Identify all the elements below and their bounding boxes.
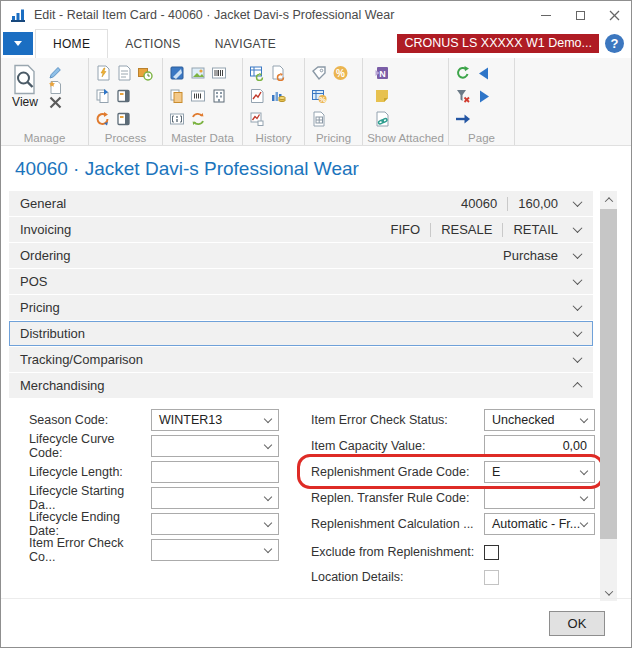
box-clock-icon[interactable] (137, 65, 153, 81)
exclude-from-replenishment-checkbox[interactable] (484, 545, 499, 560)
vertical-scrollbar (600, 191, 617, 601)
minimize-button[interactable] (529, 1, 563, 29)
location-details-checkbox (484, 570, 499, 585)
application-menu-button[interactable] (3, 32, 33, 55)
percent-badge-icon[interactable]: % (332, 65, 349, 81)
barcode-framed-icon[interactable] (190, 88, 206, 104)
card-2-icon[interactable] (116, 111, 132, 127)
next-icon[interactable] (477, 89, 491, 104)
svg-text:N: N (379, 69, 386, 79)
fasttab-pos[interactable]: POS (9, 269, 593, 294)
ribbon-group-history: History (243, 58, 305, 145)
orange-refresh-icon[interactable] (95, 111, 111, 127)
ribbon-group-page: Page (449, 58, 515, 145)
edit-icon[interactable] (48, 65, 63, 80)
help-button[interactable]: ? (605, 34, 624, 53)
view-button[interactable]: View (6, 63, 44, 112)
chevron-down-icon (264, 440, 272, 448)
price-tag-icon[interactable] (311, 65, 328, 81)
ok-button[interactable]: OK (549, 611, 605, 636)
chart-line-document-icon[interactable] (249, 88, 265, 104)
fasttab-label: Pricing (20, 300, 574, 315)
title-bar: Edit - Retail Item Card - 40060 · Jacket… (1, 1, 631, 29)
ribbon: View Manage Process (1, 58, 631, 146)
refresh-icon[interactable] (455, 65, 471, 81)
fasttab-label: Merchandising (20, 378, 574, 393)
lifecycle-starting-date-select[interactable] (151, 487, 279, 509)
field-label: Season Code: (29, 413, 151, 427)
building-icon[interactable] (211, 88, 227, 104)
ribbon-group-master-data: Master Data (163, 58, 243, 145)
replenishment-calculation-select[interactable]: Automatic - Fr... (484, 513, 595, 535)
go-to-icon[interactable] (455, 112, 471, 126)
fasttab-label: POS (20, 274, 574, 289)
chevron-down-icon (264, 544, 272, 552)
field-label: Replen. Transfer Rule Code: (311, 491, 484, 505)
document-grid-icon[interactable] (311, 111, 328, 127)
expand-chevron-icon (573, 197, 583, 207)
tab-navigate[interactable]: NAVIGATE (198, 29, 293, 58)
document-refresh-icon[interactable] (270, 65, 286, 81)
collapse-chevron-icon (573, 382, 583, 392)
card-icon[interactable] (116, 88, 132, 104)
barcode-icon[interactable] (211, 65, 227, 81)
svg-text:%: % (336, 68, 345, 79)
item-capacity-value-input[interactable]: 0,00 (484, 435, 595, 457)
bars-coins-icon[interactable] (270, 88, 286, 104)
item-error-check-status-select[interactable]: Unchecked (484, 409, 595, 431)
close-icon (609, 10, 620, 21)
field-label: Lifecycle Starting Da... (29, 484, 151, 512)
fasttab-pricing[interactable]: Pricing (9, 295, 593, 320)
lifecycle-curve-code-select[interactable] (151, 435, 279, 457)
lightning-document-icon[interactable] (95, 65, 111, 81)
maximize-button[interactable] (563, 1, 597, 29)
replen-transfer-rule-code-select[interactable] (484, 487, 595, 509)
copy-arrow-icon[interactable] (95, 88, 111, 104)
tab-actions[interactable]: ACTIONS (108, 29, 197, 58)
minimize-icon (541, 15, 551, 16)
fasttab-tracking-comparison[interactable]: Tracking/Comparison (9, 347, 593, 372)
fasttab-ordering[interactable]: Ordering Purchase (9, 243, 593, 268)
close-button[interactable] (597, 1, 631, 29)
field-label: Replenishment Grade Code: (311, 465, 484, 479)
fasttab-merchandising[interactable]: Merchandising (9, 373, 593, 398)
fasttab-distribution[interactable]: Distribution (9, 321, 593, 346)
content-area: 40060 · Jacket Davi-s Professional Wear … (1, 147, 631, 647)
delete-icon[interactable] (48, 95, 63, 110)
item-error-check-code-select[interactable] (151, 539, 279, 561)
ribbon-group-process: Process (89, 58, 163, 145)
chart-box-icon[interactable] (249, 111, 265, 127)
clear-filter-icon[interactable] (455, 88, 471, 104)
table-percent-icon[interactable]: % (311, 88, 328, 104)
sync-arrows-icon[interactable] (190, 111, 206, 127)
previous-icon[interactable] (477, 66, 491, 81)
onenote-icon[interactable]: N (374, 65, 390, 81)
links-document-icon[interactable] (374, 111, 390, 127)
copy-orange-icon[interactable] (169, 88, 185, 104)
table-refresh-icon[interactable] (249, 65, 265, 81)
image-icon[interactable] (190, 65, 206, 81)
field-label: Replenishment Calculation ... (311, 517, 484, 531)
tab-home[interactable]: HOME (35, 29, 108, 58)
lifecycle-ending-date-select[interactable] (151, 513, 279, 535)
sticky-note-icon[interactable] (374, 88, 390, 104)
bracket-info-icon[interactable] (169, 111, 185, 127)
fasttab-general[interactable]: General 40060160,00 (9, 191, 593, 216)
season-code-select[interactable]: WINTER13 (151, 409, 279, 431)
replenishment-grade-code-select[interactable]: E (484, 461, 595, 483)
window: Edit - Retail Item Card - 40060 · Jacket… (0, 0, 632, 648)
fasttab-summary: FIFORESALERETAIL (391, 222, 558, 237)
blue-panel-icon[interactable] (169, 65, 185, 81)
company-badge[interactable]: CRONUS LS XXXXX W1 Demo... (397, 34, 599, 53)
ribbon-tab-row: HOME ACTIONS NAVIGATE CRONUS LS XXXXX W1… (1, 29, 631, 58)
view-icon (12, 64, 38, 95)
scrollbar-up-button[interactable] (600, 191, 617, 208)
lifecycle-length-input[interactable] (151, 461, 279, 483)
fasttab-label: Ordering (20, 248, 503, 263)
field-label: Item Error Check Status: (311, 413, 484, 427)
fasttab-invoicing[interactable]: Invoicing FIFORESALERETAIL (9, 217, 593, 242)
report-document-icon[interactable] (116, 65, 132, 81)
scrollbar-thumb[interactable] (600, 209, 617, 539)
fasttab-label: General (20, 196, 461, 211)
new-document-icon[interactable] (48, 80, 63, 95)
